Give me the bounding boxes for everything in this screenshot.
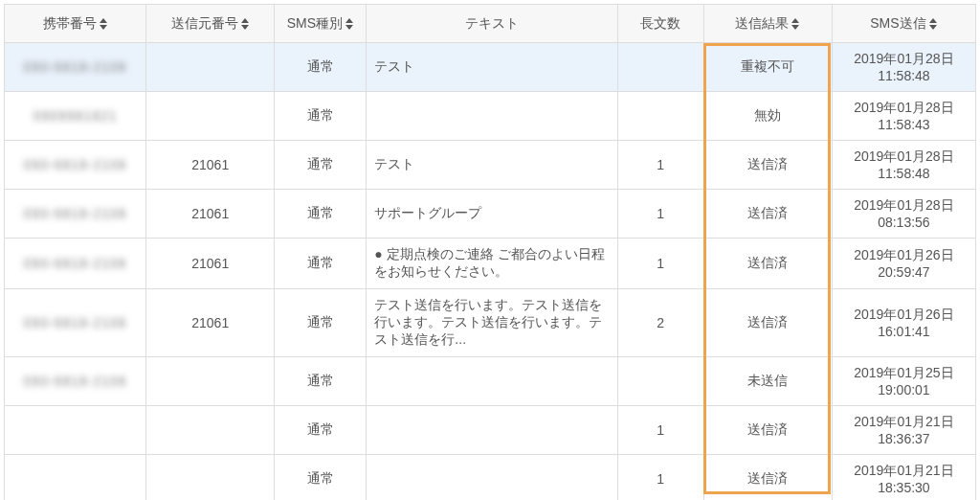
cell-longcnt-value: 1 bbox=[657, 157, 664, 172]
cell-phone-value: 0909981821 bbox=[33, 108, 118, 124]
cell-sender bbox=[146, 92, 275, 141]
table-row[interactable]: 通常1送信済2019年01月21日 18:35:30 bbox=[5, 455, 976, 501]
cell-kind-value: 通常 bbox=[307, 156, 334, 171]
cell-longcnt: 1 bbox=[617, 239, 703, 289]
cell-phone: 090-9818-2106 bbox=[5, 43, 146, 92]
cell-kind-value: 通常 bbox=[307, 373, 334, 388]
cell-sent: 2019年01月26日 20:59:47 bbox=[832, 239, 975, 289]
cell-sender: 21061 bbox=[146, 141, 275, 190]
col-header-label: SMS送信 bbox=[870, 15, 925, 31]
cell-kind: 通常 bbox=[275, 43, 367, 92]
col-header-label: 長文数 bbox=[640, 15, 680, 31]
svg-marker-7 bbox=[791, 25, 799, 30]
cell-kind-value: 通常 bbox=[307, 205, 334, 220]
table-row[interactable]: 090-9818-2106通常未送信2019年01月25日 19:00:01 bbox=[5, 357, 976, 406]
table-row[interactable]: 090-9818-2106通常テスト重複不可2019年01月28日 11:58:… bbox=[5, 43, 976, 92]
cell-text-value: テスト送信を行います。テスト送信を行います。テスト送信を行います。テスト送信を行… bbox=[374, 297, 602, 347]
svg-marker-3 bbox=[241, 25, 249, 30]
svg-marker-6 bbox=[791, 18, 799, 23]
table-header-row: 携帯番号送信元番号SMS種別テキスト長文数送信結果SMS送信 bbox=[5, 5, 976, 43]
cell-result: 送信済 bbox=[703, 455, 832, 501]
cell-kind-value: 通常 bbox=[307, 107, 334, 123]
table-row[interactable]: 0909981821通常無効2019年01月28日 11:58:43 bbox=[5, 92, 976, 141]
cell-result-value: 送信済 bbox=[747, 255, 788, 270]
sort-icon bbox=[928, 18, 938, 30]
svg-marker-2 bbox=[241, 18, 249, 23]
cell-phone-value: 090-9818-2106 bbox=[24, 374, 127, 389]
cell-longcnt bbox=[617, 43, 703, 92]
cell-sent: 2019年01月28日 11:58:43 bbox=[832, 92, 975, 141]
cell-sender: 21061 bbox=[146, 239, 275, 289]
table-row[interactable]: 090-9818-210621061通常テスト送信を行います。テスト送信を行いま… bbox=[5, 289, 976, 357]
cell-longcnt: 1 bbox=[617, 190, 703, 239]
cell-sender bbox=[146, 357, 275, 406]
cell-kind: 通常 bbox=[275, 92, 367, 141]
col-header-sender[interactable]: 送信元番号 bbox=[146, 5, 275, 43]
table-row[interactable]: 通常1送信済2019年01月21日 18:36:37 bbox=[5, 406, 976, 455]
cell-sent-value: 2019年01月28日 11:58:48 bbox=[854, 51, 953, 83]
cell-text bbox=[367, 406, 617, 455]
cell-sender-value: 21061 bbox=[191, 157, 229, 172]
col-header-sent[interactable]: SMS送信 bbox=[832, 5, 975, 43]
cell-phone: 0909981821 bbox=[5, 92, 146, 141]
cell-result: 送信済 bbox=[703, 289, 832, 357]
sort-icon bbox=[240, 18, 250, 30]
cell-sent: 2019年01月21日 18:35:30 bbox=[832, 455, 975, 501]
cell-kind: 通常 bbox=[275, 289, 367, 357]
col-header-label: 送信元番号 bbox=[171, 15, 238, 31]
cell-sender-value: 21061 bbox=[191, 315, 229, 330]
cell-text-value: テスト bbox=[374, 156, 414, 171]
cell-sender-value: 21061 bbox=[191, 256, 229, 271]
cell-longcnt bbox=[617, 357, 703, 406]
cell-sent: 2019年01月26日 16:01:41 bbox=[832, 289, 975, 357]
cell-result-value: 無効 bbox=[754, 107, 781, 123]
cell-sender bbox=[146, 43, 275, 92]
cell-kind: 通常 bbox=[275, 357, 367, 406]
cell-sent-value: 2019年01月28日 08:13:56 bbox=[854, 197, 953, 230]
cell-result-value: 送信済 bbox=[747, 421, 788, 437]
cell-result-value: 未送信 bbox=[747, 373, 788, 388]
sms-log-table-wrap: 携帯番号送信元番号SMS種別テキスト長文数送信結果SMS送信 090-9818-… bbox=[4, 4, 976, 500]
col-header-label: SMS種別 bbox=[287, 15, 343, 31]
cell-text-value: テスト bbox=[374, 58, 414, 74]
table-row[interactable]: 090-9818-210621061通常サポートグループ1送信済2019年01月… bbox=[5, 190, 976, 239]
sort-icon bbox=[99, 18, 108, 30]
cell-longcnt-value: 1 bbox=[657, 256, 664, 271]
col-header-kind[interactable]: SMS種別 bbox=[275, 5, 367, 43]
col-header-result[interactable]: 送信結果 bbox=[703, 5, 832, 43]
svg-marker-8 bbox=[929, 18, 937, 23]
cell-longcnt bbox=[617, 92, 703, 141]
cell-text bbox=[367, 357, 617, 406]
cell-sent-value: 2019年01月21日 18:36:37 bbox=[854, 414, 953, 446]
cell-kind-value: 通常 bbox=[307, 470, 334, 486]
sms-log-table: 携帯番号送信元番号SMS種別テキスト長文数送信結果SMS送信 090-9818-… bbox=[4, 4, 976, 500]
cell-kind: 通常 bbox=[275, 190, 367, 239]
cell-text: テスト bbox=[367, 141, 617, 190]
cell-phone-value: 090-9818-2106 bbox=[24, 59, 127, 75]
table-row[interactable]: 090-9818-210621061通常● 定期点検のご連絡 ご都合のよい日程を… bbox=[5, 239, 976, 289]
cell-text: ● 定期点検のご連絡 ご都合のよい日程をお知らせください。 bbox=[367, 239, 617, 289]
cell-kind-value: 通常 bbox=[307, 255, 334, 270]
cell-result: 無効 bbox=[703, 92, 832, 141]
cell-sent-value: 2019年01月28日 11:58:43 bbox=[854, 100, 953, 132]
cell-text: サポートグループ bbox=[367, 190, 617, 239]
cell-sender: 21061 bbox=[146, 289, 275, 357]
col-header-label: 携帯番号 bbox=[43, 15, 97, 31]
table-row[interactable]: 090-9818-210621061通常テスト1送信済2019年01月28日 1… bbox=[5, 141, 976, 190]
cell-result: 送信済 bbox=[703, 190, 832, 239]
col-header-text: テキスト bbox=[367, 5, 617, 43]
cell-kind-value: 通常 bbox=[307, 314, 334, 330]
cell-sent-value: 2019年01月28日 11:58:48 bbox=[854, 148, 953, 181]
cell-result: 送信済 bbox=[703, 239, 832, 289]
cell-longcnt: 2 bbox=[617, 289, 703, 357]
cell-sender bbox=[146, 455, 275, 501]
cell-phone: 090-9818-2106 bbox=[5, 357, 146, 406]
cell-sender bbox=[146, 406, 275, 455]
cell-result: 送信済 bbox=[703, 141, 832, 190]
col-header-phone[interactable]: 携帯番号 bbox=[5, 5, 146, 43]
cell-sent-value: 2019年01月26日 16:01:41 bbox=[854, 307, 953, 339]
cell-phone bbox=[5, 406, 146, 455]
cell-phone: 090-9818-2106 bbox=[5, 239, 146, 289]
col-header-label: 送信結果 bbox=[735, 15, 789, 31]
cell-longcnt: 1 bbox=[617, 141, 703, 190]
